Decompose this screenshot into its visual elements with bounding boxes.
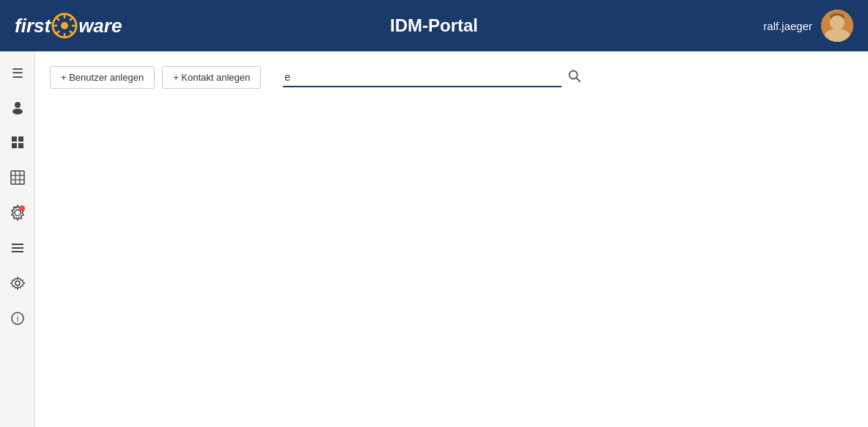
logo-ware: ware xyxy=(78,15,122,37)
logo-first: first xyxy=(15,15,51,37)
main-layout: ☰ xyxy=(0,51,868,427)
svg-rect-28 xyxy=(12,251,23,252)
svg-rect-26 xyxy=(12,244,23,245)
svg-line-33 xyxy=(577,78,581,81)
svg-point-25 xyxy=(19,205,25,211)
list-icon xyxy=(10,241,25,259)
search-input[interactable] xyxy=(283,68,562,87)
info-icon: i xyxy=(10,311,25,329)
sidebar-item-table[interactable] xyxy=(3,164,32,194)
svg-rect-16 xyxy=(12,136,17,142)
svg-rect-17 xyxy=(18,136,23,142)
svg-point-13 xyxy=(830,13,845,21)
svg-rect-20 xyxy=(11,171,24,184)
toolbar: + Benutzer anlegen + Kontakt anlegen xyxy=(50,66,853,89)
sidebar: ☰ xyxy=(0,51,35,427)
add-contact-button[interactable]: + Kontakt anlegen xyxy=(162,66,261,89)
grid-icon xyxy=(10,135,25,153)
header-title: IDM-Portal xyxy=(390,15,478,36)
svg-rect-18 xyxy=(12,143,17,148)
sidebar-item-list[interactable] xyxy=(3,235,32,264)
svg-point-15 xyxy=(12,109,23,114)
table-icon xyxy=(10,170,25,189)
logo-wheel-icon xyxy=(51,12,78,39)
avatar xyxy=(821,10,853,42)
svg-point-29 xyxy=(15,281,20,285)
username: ralf.jaeger xyxy=(763,20,812,32)
svg-point-14 xyxy=(15,102,21,108)
avatar-svg xyxy=(821,10,853,42)
sidebar-item-info[interactable]: i xyxy=(3,305,32,335)
content-area: + Benutzer anlegen + Kontakt anlegen xyxy=(35,51,868,427)
svg-line-8 xyxy=(70,17,73,21)
svg-point-12 xyxy=(827,30,847,42)
sidebar-item-menu[interactable]: ☰ xyxy=(3,59,32,88)
header-user: ralf.jaeger xyxy=(763,10,853,42)
logo: first ware xyxy=(15,12,122,39)
logo-text: first ware xyxy=(15,12,122,39)
svg-point-32 xyxy=(570,70,578,79)
add-user-button[interactable]: + Benutzer anlegen xyxy=(50,66,155,89)
svg-line-9 xyxy=(56,31,59,34)
sidebar-item-grid[interactable] xyxy=(3,129,32,158)
user-icon xyxy=(10,100,25,118)
search-button[interactable] xyxy=(565,67,584,89)
sidebar-item-gear[interactable] xyxy=(3,270,32,299)
menu-icon: ☰ xyxy=(12,65,23,81)
gear-icon xyxy=(10,276,25,294)
svg-point-1 xyxy=(61,22,68,29)
svg-line-7 xyxy=(70,31,73,34)
search-icon xyxy=(568,70,581,83)
header: first ware IDM-Portal ralf.jaeger xyxy=(0,0,868,51)
svg-text:i: i xyxy=(16,314,18,323)
svg-rect-19 xyxy=(18,143,23,148)
svg-point-11 xyxy=(830,15,845,29)
settings-badge-icon xyxy=(10,205,26,225)
svg-line-6 xyxy=(56,17,59,21)
search-area xyxy=(283,67,584,89)
sidebar-item-settings-badge[interactable] xyxy=(3,200,32,229)
sidebar-item-user[interactable] xyxy=(3,94,32,123)
svg-rect-27 xyxy=(12,247,23,249)
